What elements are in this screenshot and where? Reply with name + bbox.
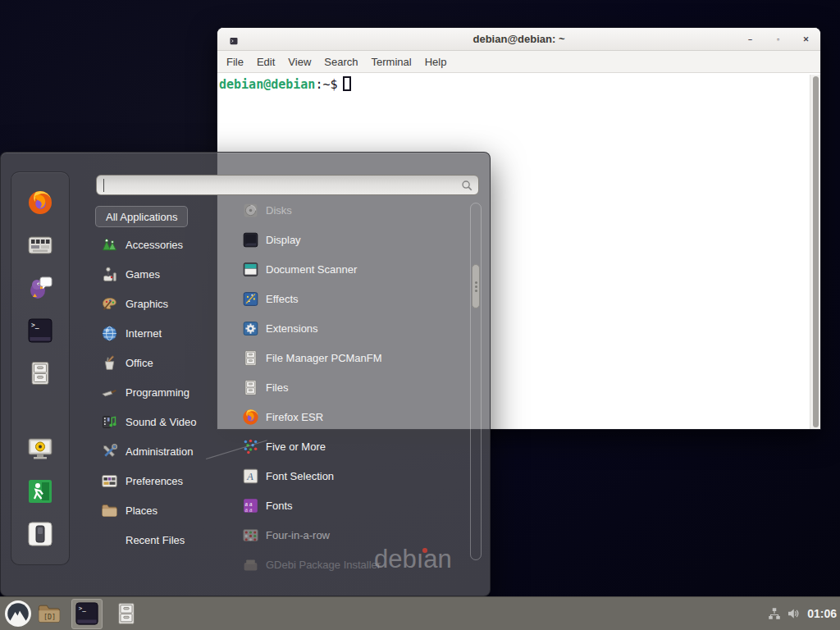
terminal-title: debian@debian: ~ bbox=[217, 28, 820, 51]
svg-text:a a: a a bbox=[245, 505, 253, 513]
category-list: All ApplicationsAccessoriesGamesGraphics… bbox=[95, 206, 231, 555]
taskbar-file-manager[interactable] bbox=[114, 601, 139, 626]
minimize-button[interactable]: – bbox=[746, 35, 755, 44]
favorite-software[interactable] bbox=[27, 232, 53, 258]
favorite-logout[interactable] bbox=[27, 478, 53, 504]
app-five-or-more[interactable]: Five or More bbox=[239, 431, 468, 461]
app-fonts[interactable]: a aa aFonts bbox=[239, 491, 468, 520]
effects-icon bbox=[242, 290, 259, 308]
category-all-applications[interactable]: All Applications bbox=[95, 206, 188, 227]
category-recent-files[interactable]: Recent Files bbox=[95, 525, 231, 555]
favorite-pidgin[interactable] bbox=[27, 275, 53, 301]
office-icon bbox=[101, 354, 118, 372]
app-files[interactable]: Files bbox=[239, 372, 468, 402]
search-box[interactable] bbox=[96, 175, 479, 195]
app-list-scrollbar-thumb[interactable] bbox=[472, 264, 480, 308]
desktop: debian@debian: ~ –▫✕ FileEditViewSearchT… bbox=[0, 0, 840, 630]
terminal-menubar: FileEditViewSearchTerminalHelp bbox=[217, 51, 820, 73]
category-accessories[interactable]: Accessories bbox=[95, 230, 231, 259]
favorite-file-manager[interactable] bbox=[27, 360, 53, 386]
search-caret bbox=[103, 179, 104, 192]
favorite-shutdown[interactable] bbox=[27, 521, 53, 547]
maximize-button[interactable]: ▫ bbox=[774, 35, 783, 44]
firefox-icon bbox=[242, 409, 259, 426]
terminal-menu-view[interactable]: View bbox=[281, 52, 317, 71]
svg-text:[D]: [D] bbox=[43, 613, 56, 621]
app-disks[interactable]: Disks bbox=[239, 195, 468, 225]
gdebi-icon bbox=[242, 556, 259, 573]
taskbar: [D]>_ 01:06 bbox=[0, 596, 840, 630]
internet-icon bbox=[101, 325, 118, 342]
favorite-terminal[interactable]: >_ bbox=[27, 317, 53, 344]
window-controls: –▫✕ bbox=[746, 28, 810, 51]
terminal-cursor bbox=[343, 76, 351, 91]
fonts-icon: a aa a bbox=[242, 497, 259, 514]
app-firefox-esr[interactable]: Firefox ESR bbox=[239, 402, 468, 431]
cabinet-icon bbox=[114, 601, 139, 626]
terminal-menu-file[interactable]: File bbox=[220, 52, 250, 71]
network-icon[interactable] bbox=[767, 606, 782, 621]
category-internet[interactable]: Internet bbox=[95, 318, 231, 348]
favorite-screensaver[interactable] bbox=[27, 436, 53, 462]
close-button[interactable]: ✕ bbox=[801, 35, 810, 44]
preferences-icon bbox=[101, 472, 118, 490]
taskbar-menu[interactable] bbox=[4, 600, 32, 628]
app-document-scanner[interactable]: Document Scanner bbox=[239, 254, 468, 284]
wallpaper-watermark: debıan bbox=[374, 545, 452, 574]
terminal-menu-help[interactable]: Help bbox=[418, 52, 454, 71]
cabinet-icon bbox=[242, 379, 259, 396]
app-file-manager-pcmanfm[interactable]: File Manager PCManFM bbox=[239, 343, 468, 372]
terminal-scrollbar[interactable] bbox=[810, 75, 820, 429]
administration-icon bbox=[101, 443, 118, 460]
svg-text:>_: >_ bbox=[31, 322, 39, 329]
prompt-user-host: debian@debian bbox=[219, 77, 315, 92]
app-font-selection[interactable]: AFont Selection bbox=[239, 461, 468, 491]
app-extensions[interactable]: Extensions bbox=[239, 313, 468, 343]
cabinet-icon bbox=[242, 349, 259, 367]
app-list-scrollbar[interactable] bbox=[470, 203, 482, 560]
category-preferences[interactable]: Preferences bbox=[95, 466, 231, 495]
app-effects[interactable]: Effects bbox=[239, 284, 468, 313]
no-icon bbox=[101, 532, 118, 549]
font-selection-icon: A bbox=[242, 468, 259, 485]
category-games[interactable]: Games bbox=[95, 259, 231, 289]
category-sound-video[interactable]: Sound & Video bbox=[95, 407, 231, 436]
applications-menu: >_ All ApplicationsAccessoriesGamesGraph… bbox=[0, 152, 491, 596]
scanner-icon bbox=[242, 261, 259, 278]
volume-icon[interactable] bbox=[786, 606, 801, 621]
folder-desktop-icon: [D] bbox=[37, 601, 62, 626]
accessories-icon bbox=[101, 236, 118, 253]
terminal-menu-search[interactable]: Search bbox=[317, 52, 364, 71]
cabinet-icon bbox=[27, 360, 53, 386]
cinnamon-logo-icon bbox=[4, 600, 32, 628]
keyboard-icon bbox=[27, 232, 53, 258]
display-icon bbox=[242, 231, 259, 249]
terminal-menu-edit[interactable]: Edit bbox=[250, 52, 281, 71]
screensaver-icon bbox=[27, 436, 53, 462]
logout-icon bbox=[27, 478, 53, 504]
pidgin-icon bbox=[27, 275, 53, 301]
category-programming[interactable]: Programming bbox=[95, 377, 231, 407]
taskbar-desktop-folder[interactable]: [D] bbox=[37, 601, 62, 626]
app-display[interactable]: Display bbox=[239, 225, 468, 254]
terminal-icon: >_ bbox=[75, 601, 99, 626]
svg-text:A: A bbox=[246, 470, 253, 482]
category-places[interactable]: Places bbox=[95, 495, 231, 525]
favorite-firefox[interactable] bbox=[27, 189, 53, 216]
category-administration[interactable]: Administration bbox=[95, 436, 231, 466]
terminal-menu-terminal[interactable]: Terminal bbox=[365, 52, 418, 71]
category-graphics[interactable]: Graphics bbox=[95, 289, 231, 318]
taskbar-terminal[interactable]: >_ bbox=[71, 599, 103, 629]
extensions-icon bbox=[242, 320, 259, 337]
app-list: DisksDisplayDocument ScannerEffectsExten… bbox=[239, 195, 468, 579]
terminal-titlebar[interactable]: debian@debian: ~ –▫✕ bbox=[217, 28, 820, 51]
taskbar-clock[interactable]: 01:06 bbox=[807, 607, 837, 620]
firefox-icon bbox=[27, 189, 53, 216]
disks-icon bbox=[242, 202, 259, 219]
terminal-scrollbar-thumb[interactable] bbox=[813, 76, 819, 427]
search-icon bbox=[461, 180, 473, 192]
terminal-icon: >_ bbox=[27, 317, 53, 344]
svg-text:>_: >_ bbox=[79, 605, 87, 612]
shutdown-icon bbox=[27, 521, 53, 547]
category-office[interactable]: Office bbox=[95, 348, 231, 377]
